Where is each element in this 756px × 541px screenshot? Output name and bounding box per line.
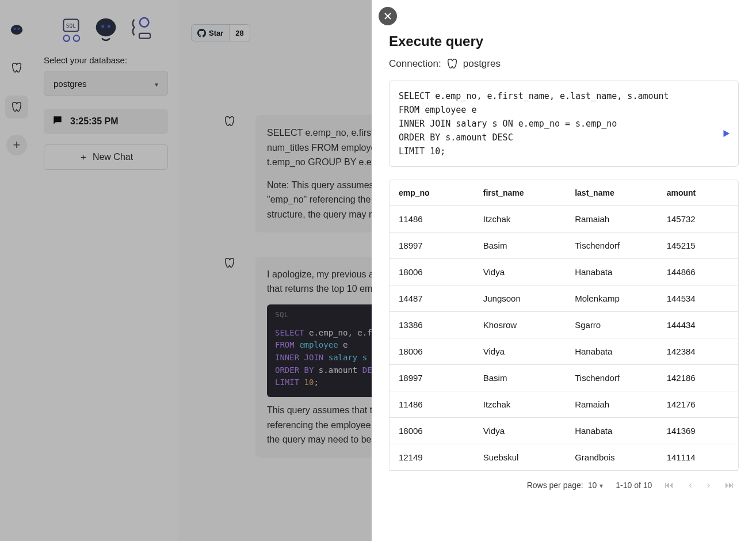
table-row[interactable]: 14487JungsoonMolenkamp144534 [390, 285, 738, 312]
table-row[interactable]: 12149SuebskulGrandbois141114 [390, 444, 738, 471]
table-cell: 14487 [390, 285, 474, 311]
table-cell: 18006 [390, 338, 474, 364]
page-range-label: 1-10 of 10 [616, 481, 652, 490]
table-cell: Jungsoon [474, 285, 566, 311]
table-row[interactable]: 18997BasimTischendorf142186 [390, 365, 738, 391]
chevron-down-icon [600, 481, 603, 490]
table-cell: 145732 [658, 206, 738, 232]
rows-per-page-select[interactable]: 10 [588, 481, 604, 490]
table-cell: 18997 [390, 365, 474, 391]
pagination: Rows per page: 10 1-10 of 10 ⏮ ‹ › ⏭ [389, 471, 739, 490]
results-table: emp_no first_name last_name amount 11486… [389, 180, 739, 471]
table-cell: 144434 [658, 312, 738, 338]
close-icon [384, 12, 392, 20]
table-cell: Suebskul [474, 444, 566, 470]
connection-label: Connection: [389, 58, 441, 70]
column-header[interactable]: last_name [566, 180, 657, 205]
table-cell: 142176 [658, 391, 738, 417]
next-page-button[interactable]: › [707, 480, 710, 490]
postgres-icon [446, 58, 459, 70]
connection-row: Connection: postgres [389, 58, 739, 70]
table-cell: 18997 [390, 233, 474, 258]
table-cell: Hanabata [566, 338, 657, 364]
table-row[interactable]: 11486ItzchakRamaiah145732 [390, 206, 738, 233]
table-cell: Basim [474, 233, 566, 258]
table-cell: 141114 [658, 444, 738, 470]
column-header[interactable]: amount [658, 180, 738, 205]
rows-per-page-label: Rows per page: [527, 481, 583, 490]
table-cell: 18006 [390, 259, 474, 285]
table-cell: Hanabata [566, 259, 657, 285]
table-cell: 12149 [390, 444, 474, 470]
table-cell: Ramaiah [566, 206, 657, 232]
query-textarea[interactable]: SELECT e.emp_no, e.first_name, e.last_na… [389, 81, 739, 167]
table-cell: 142186 [658, 365, 738, 391]
table-cell: 145215 [658, 233, 738, 258]
table-cell: Vidya [474, 338, 566, 364]
table-cell: Khosrow [474, 312, 566, 338]
table-cell: Grandbois [566, 444, 657, 470]
table-cell: Ramaiah [566, 391, 657, 417]
table-cell: 141369 [658, 418, 738, 444]
table-cell: 142384 [658, 338, 738, 364]
table-cell: Sgarro [566, 312, 657, 338]
column-header[interactable]: first_name [474, 180, 566, 205]
execute-query-drawer: Execute query Connection: postgres SELEC… [372, 0, 756, 541]
table-cell: 13386 [390, 312, 474, 338]
table-row[interactable]: 18997BasimTischendorf145215 [390, 233, 738, 259]
run-query-button[interactable] [684, 111, 731, 161]
table-cell: Molenkamp [566, 285, 657, 311]
close-button[interactable] [379, 7, 397, 25]
table-cell: Vidya [474, 259, 566, 285]
table-cell: Itzchak [474, 206, 566, 232]
table-cell: Itzchak [474, 391, 566, 417]
last-page-button[interactable]: ⏭ [725, 480, 734, 490]
table-row[interactable]: 18006VidyaHanabata142384 [390, 338, 738, 365]
table-row[interactable]: 13386KhosrowSgarro144434 [390, 312, 738, 338]
table-cell: Hanabata [566, 418, 657, 444]
table-cell: 18006 [390, 418, 474, 444]
connection-name: postgres [463, 58, 501, 70]
table-cell: 11486 [390, 206, 474, 232]
prev-page-button[interactable]: ‹ [689, 480, 692, 490]
table-cell: 144534 [658, 285, 738, 311]
table-cell: Basim [474, 365, 566, 391]
column-header[interactable]: emp_no [390, 180, 474, 205]
table-cell: Tischendorf [566, 233, 657, 258]
play-icon [721, 128, 731, 139]
first-page-button[interactable]: ⏮ [665, 480, 674, 490]
table-header-row: emp_no first_name last_name amount [390, 180, 738, 206]
table-cell: Vidya [474, 418, 566, 444]
table-row[interactable]: 11486ItzchakRamaiah142176 [390, 391, 738, 418]
table-cell: 144866 [658, 259, 738, 285]
table-cell: Tischendorf [566, 365, 657, 391]
table-cell: 11486 [390, 391, 474, 417]
table-row[interactable]: 18006VidyaHanabata141369 [390, 418, 738, 444]
table-row[interactable]: 18006VidyaHanabata144866 [390, 259, 738, 285]
drawer-title: Execute query [389, 33, 739, 49]
